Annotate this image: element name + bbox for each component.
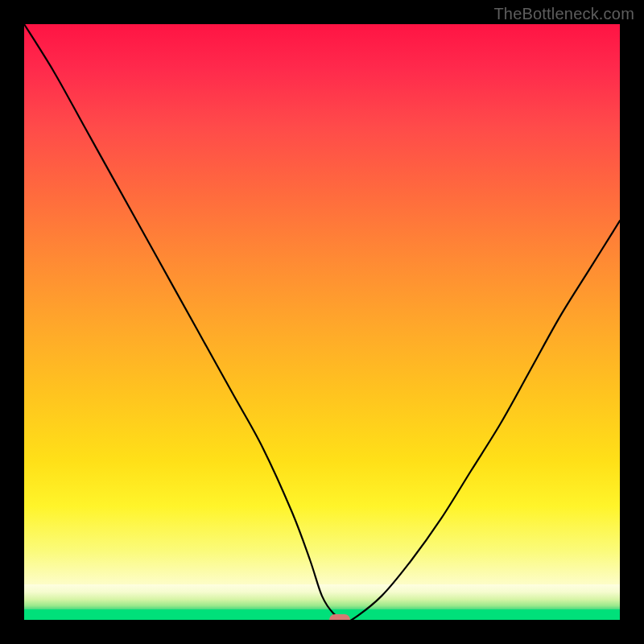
chart-frame: TheBottleneck.com xyxy=(0,0,644,644)
watermark-text: TheBottleneck.com xyxy=(493,5,634,23)
plot-area xyxy=(24,24,620,620)
curve-svg xyxy=(24,24,620,620)
optimum-marker xyxy=(329,614,350,620)
bottleneck-curve-path xyxy=(24,24,620,620)
